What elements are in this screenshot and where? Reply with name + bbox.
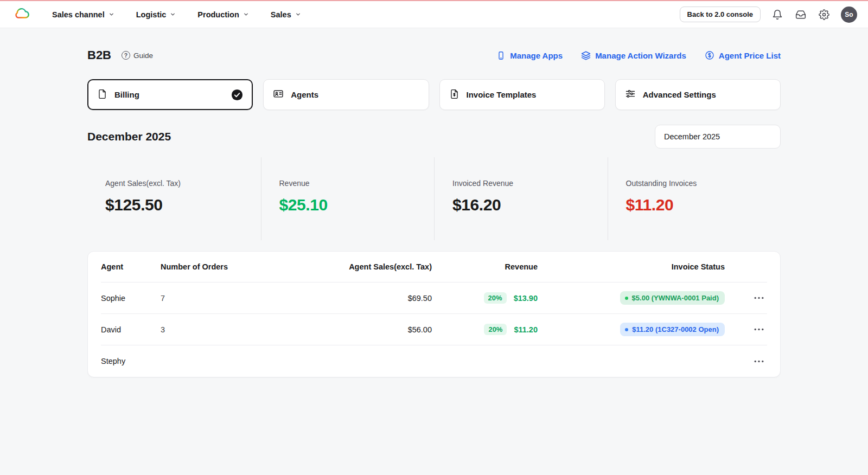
- page-header: B2B Guide Manage Apps Manage Action Wiza…: [87, 43, 781, 67]
- menu-logistic[interactable]: Logistic: [136, 10, 176, 19]
- tab-invoice-templates[interactable]: Invoice Templates: [439, 79, 605, 110]
- app-logo[interactable]: [14, 5, 30, 24]
- table-row: David 3 $56.00 20% $11.20 $11.20 (1C327-…: [101, 314, 767, 345]
- guide-link[interactable]: Guide: [122, 51, 153, 60]
- row-actions-ellipsis-icon[interactable]: [725, 360, 767, 363]
- phone-icon: [496, 51, 506, 60]
- layers-icon: [581, 50, 591, 60]
- agent-price-list-link[interactable]: Agent Price List: [705, 50, 781, 60]
- topbar-actions: Back to 2.0 console So: [680, 7, 857, 23]
- revenue-cell: 20% $11.20: [432, 324, 538, 335]
- invoice-icon: [449, 89, 459, 101]
- rainbow-cloud-logo-icon: [14, 5, 30, 24]
- bell-icon[interactable]: [771, 8, 784, 21]
- agent-name: Stephy: [101, 357, 161, 365]
- orders-count: 3: [161, 325, 275, 334]
- sliders-icon: [625, 88, 636, 101]
- check-circle-icon: [231, 89, 243, 101]
- guide-label: Guide: [133, 52, 153, 60]
- menu-sales[interactable]: Sales: [271, 10, 301, 19]
- row-actions-ellipsis-icon[interactable]: [725, 297, 767, 299]
- orders-count: 7: [161, 294, 275, 303]
- document-icon: [97, 89, 107, 101]
- question-circle-icon: [122, 51, 130, 60]
- col-revenue: Revenue: [432, 262, 538, 271]
- agents-table: Agent Number of Orders Agent Sales(excl.…: [87, 251, 781, 377]
- menu-label: Sales: [271, 10, 291, 19]
- col-orders: Number of Orders: [161, 262, 275, 271]
- main-menu: Sales channel Logistic Production Sales: [52, 10, 301, 19]
- tab-billing[interactable]: Billing: [87, 79, 253, 110]
- chevron-down-icon: [108, 11, 114, 17]
- revenue-value: $11.20: [514, 325, 538, 334]
- period-row: December 2025 December 2025: [87, 125, 781, 149]
- chevron-down-icon: [295, 11, 301, 17]
- gear-icon[interactable]: [818, 8, 831, 21]
- invoice-status-badge[interactable]: $11.20 (1C327-0002 Open): [620, 323, 725, 336]
- menu-label: Production: [197, 10, 239, 19]
- stats-row: Agent Sales(excl. Tax) $125.50 Revenue $…: [87, 157, 781, 240]
- stat-invoiced-revenue: Invoiced Revenue $16.20: [434, 157, 608, 240]
- row-actions-ellipsis-icon[interactable]: [725, 328, 767, 331]
- chevron-down-icon: [243, 11, 249, 17]
- page-title: B2B: [87, 48, 111, 62]
- period-heading: December 2025: [87, 130, 171, 143]
- user-avatar[interactable]: So: [841, 7, 857, 23]
- col-agent: Agent: [101, 262, 161, 271]
- section-tabs: Billing Agents Invoice Templates Advance…: [87, 79, 781, 110]
- top-navigation-bar: Sales channel Logistic Production Sales …: [0, 1, 868, 28]
- table-row: Sophie 7 $69.50 20% $13.90 $5.00 (YWNWA-…: [101, 283, 767, 314]
- agent-sales-value: $56.00: [275, 325, 432, 334]
- revenue-percent-badge: 20%: [484, 324, 507, 335]
- agent-sales-value: $69.50: [275, 294, 432, 303]
- period-selector[interactable]: December 2025: [655, 125, 781, 149]
- main-content: B2B Guide Manage Apps Manage Action Wiza…: [87, 28, 781, 377]
- col-sales: Agent Sales(excl. Tax): [275, 262, 432, 271]
- id-card-icon: [273, 88, 284, 101]
- menu-sales-channel[interactable]: Sales channel: [52, 10, 114, 19]
- agent-name: Sophie: [101, 294, 161, 303]
- col-status: Invoice Status: [538, 262, 725, 271]
- stat-agent-sales: Agent Sales(excl. Tax) $125.50: [87, 157, 261, 240]
- menu-production[interactable]: Production: [197, 10, 249, 19]
- dollar-circle-icon: [705, 50, 714, 60]
- chevron-down-icon: [170, 11, 176, 17]
- invoice-status-badge[interactable]: $5.00 (YWNWA-0001 Paid): [620, 291, 725, 305]
- manage-action-wizards-link[interactable]: Manage Action Wizards: [581, 50, 686, 60]
- menu-label: Sales channel: [52, 10, 105, 19]
- menu-label: Logistic: [136, 10, 167, 19]
- manage-apps-link[interactable]: Manage Apps: [496, 51, 563, 60]
- tab-advanced-settings[interactable]: Advanced Settings: [615, 79, 781, 110]
- inbox-icon[interactable]: [794, 8, 807, 21]
- revenue-value: $13.90: [514, 294, 538, 303]
- stat-outstanding-invoices: Outstanding Invoices $11.20: [608, 157, 781, 240]
- stat-revenue: Revenue $25.10: [261, 157, 435, 240]
- revenue-cell: 20% $13.90: [432, 292, 538, 304]
- back-to-console-button[interactable]: Back to 2.0 console: [680, 7, 761, 22]
- table-row: Stephy: [101, 345, 767, 377]
- tab-agents[interactable]: Agents: [263, 79, 429, 110]
- agent-name: David: [101, 325, 161, 334]
- revenue-percent-badge: 20%: [484, 292, 507, 304]
- header-links: Manage Apps Manage Action Wizards Agent …: [496, 50, 781, 60]
- table-header-row: Agent Number of Orders Agent Sales(excl.…: [101, 252, 767, 283]
